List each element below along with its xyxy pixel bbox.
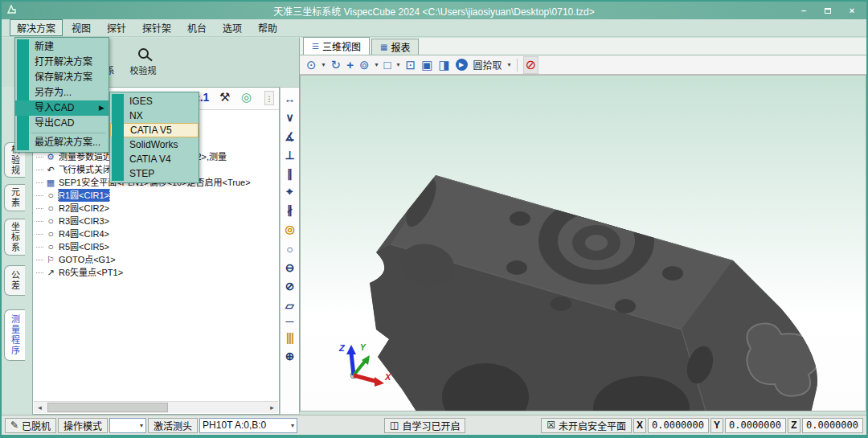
layout-icon[interactable] [438, 57, 449, 73]
flatness-icon[interactable] [280, 297, 299, 313]
perpendicularity-icon[interactable] [280, 147, 299, 163]
axis-y-label: Y [360, 343, 366, 352]
menu-item-probe[interactable]: 探针 [100, 19, 133, 36]
tree-item[interactable]: R4圆<CIR4> [36, 227, 277, 240]
pan-icon[interactable] [346, 57, 354, 73]
op-mode-label: 操作模式 [58, 418, 108, 433]
zoom-fit-icon[interactable] [406, 57, 416, 73]
scroll-right-icon[interactable]: ▸ [266, 402, 278, 413]
app-window: 天准三坐标系统 VispecCube 2024 <C:\Users\jiaosi… [0, 0, 868, 438]
sidetab-coordsys[interactable]: 坐标系 [4, 219, 25, 256]
z-axis-label: Z [788, 418, 800, 433]
menu-item-export-cad[interactable]: 导出CAD [15, 116, 108, 131]
menu-item-recent-solutions[interactable]: 最近解决方案... [15, 135, 108, 150]
tree-item[interactable]: GOTO点<G1> [36, 253, 277, 266]
menu-item-view[interactable]: 视图 [64, 19, 98, 36]
pick-mode-label[interactable]: 圆拾取 [473, 58, 502, 72]
circle-icon [45, 189, 56, 202]
sketch-icon[interactable] [359, 57, 370, 73]
window-title: 天准三坐标系统 VispecCube 2024 <C:\Users\jiaosi… [2, 4, 866, 18]
close-icon[interactable]: × [845, 5, 858, 16]
viewport-3d[interactable]: Z Y X [300, 75, 866, 411]
submenu-gutter [112, 94, 124, 181]
menu-item-help[interactable]: 帮助 [251, 19, 285, 36]
straightness-icon[interactable] [280, 313, 299, 330]
toolbar-overflow-icon[interactable]: ⋮ [264, 91, 274, 105]
position-icon[interactable] [280, 183, 299, 199]
x-axis-value: 0.0000000 [648, 418, 709, 433]
parallelism-icon[interactable] [280, 166, 299, 182]
angle2-icon[interactable] [280, 129, 299, 145]
tree-item[interactable]: R2圆<CIR2> [36, 202, 277, 215]
menu-bar: 解决方案 视图 探针 探针架 机台 选项 帮助 [2, 19, 866, 37]
cube-dropdown-icon[interactable]: ▾ [397, 57, 400, 73]
tree-item-selected[interactable]: R1圆<CIR1> [36, 189, 277, 202]
alignment-target-icon[interactable] [241, 90, 252, 104]
orbit-icon[interactable] [331, 57, 342, 73]
roundness-icon[interactable] [280, 241, 299, 257]
menu-item-save-as[interactable]: 另存为... [15, 85, 108, 100]
z-axis-value: 0.0000000 [802, 418, 863, 433]
circle-icon [45, 215, 56, 227]
menu-item-solution[interactable]: 解决方案 [10, 19, 63, 36]
scroll-thumb[interactable] [47, 403, 168, 412]
eye-dropdown-icon[interactable]: ▾ [322, 57, 326, 73]
sketch-dropdown-icon[interactable]: ▾ [375, 57, 379, 73]
minimize-icon[interactable]: – [797, 5, 810, 16]
tree-item[interactable]: R5圆<CIR5> [36, 240, 277, 253]
menu-item-probe-rack[interactable]: 探针架 [135, 19, 178, 36]
gauge-check-button[interactable]: 校验规 [124, 41, 162, 83]
self-learn-status: 自学习已开启 [384, 418, 465, 433]
gauge-check-label: 校验规 [130, 66, 157, 76]
goto-flag-icon [45, 253, 56, 266]
offline-status: 已脱机 [5, 418, 56, 433]
pick-dropdown-icon[interactable]: ▾ [508, 57, 511, 73]
circle-icon [45, 202, 56, 215]
op-mode-select[interactable]: ▾ [109, 418, 146, 433]
y-axis-label: Y [710, 418, 723, 433]
angle-icon[interactable] [280, 109, 299, 125]
no-entry-icon[interactable]: ⊘ [523, 56, 538, 74]
active-probe-label: 激活测头 [148, 418, 198, 433]
scroll-left-icon[interactable]: ◂ [34, 402, 46, 413]
report-icon [380, 43, 387, 51]
menu-item-save-solution[interactable]: 保存解决方案 [15, 70, 108, 85]
symmetry-icon[interactable] [280, 330, 299, 346]
runout-icon[interactable] [280, 260, 299, 276]
tree-horizontal-scrollbar[interactable]: ◂ ▸ [34, 401, 278, 413]
magnifier-icon [124, 41, 162, 63]
sidetab-elements[interactable]: 元素 [4, 184, 25, 211]
hammer-icon[interactable] [219, 90, 230, 104]
menu-item-open-solution[interactable]: 打开解决方案 [15, 55, 108, 70]
distance-icon[interactable] [280, 91, 299, 107]
book-icon [390, 420, 399, 431]
tree-item[interactable]: R6矢量点<PT1> [36, 266, 277, 279]
offline-pen-icon [10, 420, 18, 431]
app-logo-icon [6, 3, 18, 18]
tab-3d-view[interactable]: 三维视图 [303, 37, 370, 55]
title-bar: 天准三坐标系统 VispecCube 2024 <C:\Users\jiaosi… [2, 2, 866, 19]
menu-item-machine[interactable]: 机台 [180, 19, 214, 36]
concentricity-icon[interactable] [280, 221, 299, 237]
import-cad-submenu: IGES NX CATIA V5 SolidWorks CATIA V4 STE… [109, 92, 199, 183]
sidetab-tolerance[interactable]: 公差 [4, 265, 25, 296]
pin-icon[interactable] [421, 57, 432, 73]
inclination-icon[interactable] [280, 202, 299, 218]
solution-menu: 新建 打开解决方案 保存解决方案 另存为... 导入CAD ▶ 导出CAD 最近… [14, 37, 109, 153]
cube-view-icon[interactable] [384, 57, 391, 73]
sidetab-measure-program[interactable]: 测量程序 [4, 309, 25, 361]
maximize-icon[interactable] [821, 5, 834, 16]
menu-item-new[interactable]: 新建 [15, 39, 108, 55]
tree-item[interactable]: R3圆<CIR3> [36, 215, 277, 227]
tab-report[interactable]: 报表 [371, 39, 419, 55]
active-probe-select[interactable]: PH10T A:0,B:0 ▾ [199, 418, 297, 433]
play-icon[interactable]: ▶ [456, 59, 468, 71]
eye-icon[interactable] [306, 57, 317, 73]
no-plane-icon [547, 420, 555, 431]
total-runout-icon[interactable] [280, 278, 299, 294]
circle-icon [45, 227, 56, 240]
menu-item-import-cad[interactable]: 导入CAD ▶ [15, 100, 108, 116]
menu-item-options[interactable]: 选项 [215, 19, 249, 36]
view3d-icon [312, 42, 319, 51]
cylindricity-icon[interactable] [280, 348, 299, 364]
